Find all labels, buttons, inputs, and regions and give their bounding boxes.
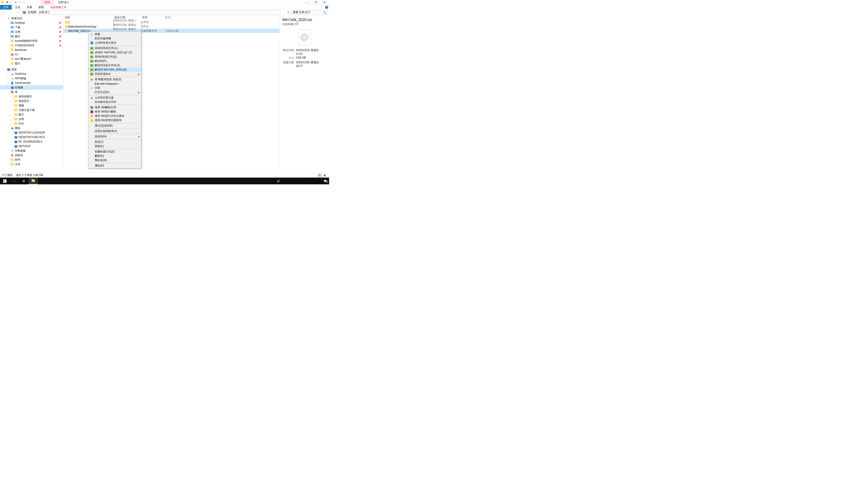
context-menu-item[interactable]: 复制(C) [88,144,141,149]
title-tab[interactable]: 文档 (E:) [54,0,73,5]
explorer-taskbar-button[interactable] [29,177,38,184]
recent-dropdown[interactable]: ˅ [11,11,15,13]
show-desktop-button[interactable] [328,177,329,184]
pin-icon[interactable]: 📌 [5,1,9,4]
file-row[interactable]: 12020/12/15, 星期二 1...文件夹 [63,20,279,24]
search-input[interactable]: 搜索"文档 (E:)" 🔍 [291,10,328,15]
breadcrumb[interactable]: › 此电脑›文档 (E:)› [21,10,280,15]
chevron-right-icon[interactable]: › [37,11,38,13]
nav-item[interactable]: G:\ [0,52,63,57]
nav-item[interactable]: 文档📌 [0,30,63,34]
title-tab[interactable]: 管理 [40,0,54,5]
context-menu-item[interactable]: 使用 360强力删除 [88,109,141,114]
forward-button[interactable]: → [6,11,10,14]
nav-item[interactable]: ›保存的图片 [0,94,63,99]
nav-item[interactable]: ZMT2019 [0,144,63,149]
context-menu-item[interactable]: 使用 360进行木马云查杀 [88,114,141,118]
chevron-right-icon[interactable]: › [26,11,27,13]
context-menu-item[interactable]: 📄Edit with Notepad++ [88,82,141,86]
nav-item[interactable]: ⚙控制面板 [0,149,63,153]
expand-icon[interactable]: › [11,104,13,107]
search-icon[interactable]: 🔍 [323,11,327,14]
nav-item[interactable]: Desktop📌 [0,21,63,25]
nav-item[interactable]: DESKTOP-LSSOEDP [0,130,63,135]
nav-item[interactable]: ˅🖧网络 [0,126,63,130]
breadcrumb-dropdown[interactable]: ˅ [282,11,285,13]
expand-icon[interactable]: ˅ [7,127,9,129]
file-row[interactable]: BaiduNetdiskDownload2020/12/25, 星期五 1...… [63,24,279,29]
maximize-button[interactable]: ❐ [311,0,320,5]
context-menu-item[interactable]: 还原以前的版本(V) [88,129,141,133]
context-menu-item[interactable]: 其他压缩命令▶ [88,72,141,76]
save-icon[interactable]: ✓ [9,1,13,4]
expand-icon[interactable]: › [7,82,9,84]
ribbon-tab[interactable]: 光盘映像工具 [47,5,70,9]
ribbon-tab[interactable]: 共享 [24,5,35,9]
nav-item[interactable]: ›音乐 [0,121,63,126]
context-menu-item[interactable]: 打开方式(H)▶ [88,90,141,94]
nav-item[interactable]: 图片📌 [0,34,63,39]
context-menu-item[interactable]: 重命名(M) [88,158,141,162]
ribbon-tab[interactable]: 文件 [0,5,12,9]
context-menu-item[interactable]: 使用 360管理右键菜单 [88,118,141,123]
nav-item[interactable]: ˅📚库 [0,90,63,94]
nav-item[interactable]: ›☁WPS网盘 [0,76,63,80]
nav-item[interactable]: win7重装win7 [0,57,63,61]
expand-icon[interactable]: ˅ [4,17,6,20]
volume-icon[interactable]: 🔊 [276,180,281,183]
expand-icon[interactable]: › [11,118,13,120]
context-menu-item[interactable]: 刻录光盘映像 [88,36,141,41]
breadcrumb-segment[interactable]: 文档 (E:) [38,10,50,14]
ribbon-tab[interactable]: 查看 [35,5,47,9]
context-menu-item[interactable]: 删除(D) [88,154,141,158]
network-icon[interactable]: 🖧 [291,180,296,182]
context-menu-item[interactable]: 💿装载 [88,32,141,36]
nav-item[interactable]: YUNQISHI2019📌 [0,43,63,48]
expand-icon[interactable]: ˅ [7,91,9,93]
chevron-right-icon[interactable]: › [50,11,51,13]
context-menu-item[interactable]: 解压到(F)... [88,59,141,63]
dropdown-icon[interactable]: ▾ [22,1,26,4]
expand-icon[interactable]: › [7,86,9,89]
context-menu-item[interactable]: 创建快捷方式(S) [88,150,141,154]
context-menu-item[interactable]: 属性(R) [88,164,141,168]
nav-item[interactable]: 🗑回收站 [0,153,63,158]
expand-icon[interactable]: › [11,123,13,125]
undo-icon[interactable]: ↶ [18,1,22,4]
nav-item[interactable]: ˅★快速访问 [0,16,63,21]
up-button[interactable]: ↑ [16,11,20,14]
icons-view-button[interactable]: ▦ [322,173,327,177]
back-button[interactable]: ← [1,11,5,14]
nav-item[interactable]: ›本机照片 [0,99,63,103]
nav-item[interactable]: Bandicam [0,48,63,52]
context-menu-item[interactable]: 发送到(N)▶ [88,134,141,139]
column-type[interactable]: 类型 [142,15,165,20]
context-menu-item[interactable]: 剪切(T) [88,140,141,144]
nav-item[interactable]: ›图片 [0,112,63,117]
nav-item[interactable]: ˅桌面 [0,67,63,72]
context-menu-item[interactable]: ↗共享 [88,86,141,90]
context-menu-item[interactable]: 添加到 "Win7x64_2020.zip" (T) [88,51,141,55]
nav-item[interactable]: 软件 [0,158,63,162]
start-button[interactable] [0,177,9,184]
nav-item[interactable]: 文件 [0,162,63,166]
ribbon-tab[interactable]: 主页 [12,5,24,9]
nav-item[interactable]: ›此电脑 [0,85,63,90]
nav-item[interactable]: ›文档 [0,117,63,121]
clock[interactable]: 16:32 2020/12/25, 星期五 [296,178,323,184]
search-button[interactable]: ⌕ [9,177,19,184]
column-size[interactable]: 大小 [165,15,183,20]
nav-item[interactable]: ›👤Administrator [0,80,63,85]
context-menu-item[interactable]: 使用 360解除占用 [88,105,141,109]
context-menu-item[interactable]: 🐝用 蜂蜜浏览器 浏览(3) [88,77,141,82]
help-button[interactable]: ? [325,6,328,9]
context-menu-item[interactable]: 解压到 Win7x64_2020\ (E) [88,68,141,72]
context-menu-item[interactable]: 添加到压缩文件(A)... [88,46,141,51]
expand-icon[interactable]: › [11,109,13,111]
context-menu-item[interactable]: 上传到有道云笔记 [88,41,141,45]
refresh-button[interactable]: ⟳ [287,11,290,14]
nav-item[interactable]: ›天翼云盘下载 [0,108,63,112]
breadcrumb-segment[interactable]: 此电脑 [28,10,37,14]
context-menu-item[interactable]: 解压到当前文件夹(X) [88,63,141,68]
expand-icon[interactable]: › [7,73,9,75]
